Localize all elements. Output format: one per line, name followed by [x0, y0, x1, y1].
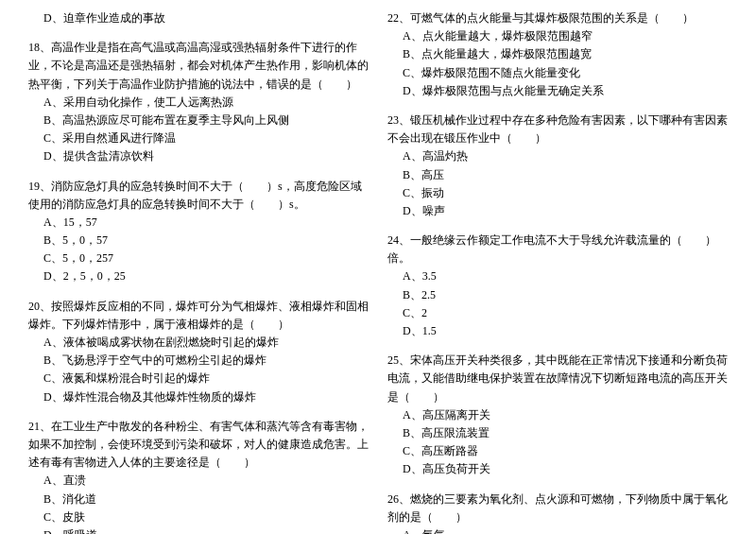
question-26: 26、燃烧的三要素为氧化剂、点火源和可燃物，下列物质中属于氧化剂的是（ ） A、… [387, 491, 728, 535]
q25-option-a: A、高压隔离开关 [387, 406, 728, 424]
q20-option-d: D、爆炸性混合物及其他爆炸性物质的爆炸 [28, 388, 369, 406]
page-content: D、迫章作业造成的事故 18、高温作业是指在高气温或高温高湿或强热辐射条件下进行… [28, 9, 728, 534]
q24-option-d: D、1.5 [387, 322, 728, 340]
q25-option-d: D、高压负荷开关 [387, 460, 728, 478]
q18-option-a: A、采用自动化操作，使工人远离热源 [28, 94, 369, 112]
q24-text: 24、一般绝缘云作额定工作电流不大于导线允许载流量的（ ）倍。 [387, 232, 728, 267]
q24-option-c: C、2 [387, 304, 728, 322]
q23-option-b: B、高压 [387, 166, 728, 184]
q19-text: 19、消防应急灯具的应急转换时间不大于（ ）s，高度危险区域使用的消防应急灯具的… [28, 178, 369, 214]
q22-option-b: B、点火能量越大，爆炸极限范围越宽 [387, 45, 728, 63]
right-column: 22、可燃气体的点火能量与其爆炸极限范围的关系是（ ） A、点火能量越大，爆炸极… [387, 9, 728, 534]
question-20: 20、按照爆炸反应相的不同，爆炸可分为气相爆炸、液相爆炸和固相爆炸。下列爆炸情形… [28, 298, 369, 406]
q26-option-a: A、氯气 [387, 526, 728, 534]
question-21: 21、在工业生产中散发的各种粉尘、有害气体和蒸汽等含有毒害物，如果不加控制，会使… [28, 418, 369, 534]
q18-option-b: B、高温热源应尽可能布置在夏季主导风向上风侧 [28, 112, 369, 129]
question-22: 22、可燃气体的点火能量与其爆炸极限范围的关系是（ ） A、点火能量越大，爆炸极… [387, 9, 728, 100]
q25-text: 25、宋体高压开关种类很多，其中既能在正常情况下接通和分断负荷电流，又能借助继电… [387, 352, 728, 406]
question-23: 23、锻压机械作业过程中存在多种危险有害因素，以下哪种有害因素不会出现在锻压作业… [387, 112, 728, 220]
question-25: 25、宋体高压开关种类很多，其中既能在正常情况下接通和分断负荷电流，又能借助继电… [387, 352, 728, 478]
q26-text: 26、燃烧的三要素为氧化剂、点火源和可燃物，下列物质中属于氧化剂的是（ ） [387, 491, 728, 526]
q22-option-a: A、点火能量越大，爆炸极限范围越窄 [387, 27, 728, 45]
q19-option-c: C、5，0，257 [28, 250, 369, 267]
q20-option-b: B、飞扬悬浮于空气中的可燃粉尘引起的爆炸 [28, 352, 369, 370]
q18-option-c: C、采用自然通风进行降温 [28, 129, 369, 147]
option-text: D、迫章作业造成的事故 [28, 9, 369, 27]
q22-option-d: D、爆炸极限范围与点火能量无确定关系 [387, 82, 728, 100]
q21-option-a: A、直溃 [28, 472, 369, 490]
q21-option-b: B、消化道 [28, 491, 369, 508]
option-d-prev: D、迫章作业造成的事故 [28, 9, 369, 27]
q24-option-a: A、3.5 [387, 267, 728, 285]
q22-text: 22、可燃气体的点火能量与其爆炸极限范围的关系是（ ） [387, 9, 728, 27]
q21-text: 21、在工业生产中散发的各种粉尘、有害气体和蒸汽等含有毒害物，如果不加控制，会使… [28, 418, 369, 473]
q19-option-a: A、15，57 [28, 214, 369, 232]
left-column: D、迫章作业造成的事故 18、高温作业是指在高气温或高温高湿或强热辐射条件下进行… [28, 9, 369, 534]
q23-option-d: D、噪声 [387, 202, 728, 220]
q23-option-a: A、高温灼热 [387, 147, 728, 165]
q21-option-d: D、呼吸道 [28, 526, 369, 534]
q19-option-d: D、2，5，0，25 [28, 267, 369, 285]
q22-option-c: C、爆炸极限范围不随点火能量变化 [387, 64, 728, 82]
q23-option-c: C、振动 [387, 184, 728, 202]
q21-option-c: C、皮肤 [28, 508, 369, 526]
q25-option-c: C、高压断路器 [387, 442, 728, 460]
q19-option-b: B、5，0，57 [28, 232, 369, 250]
q25-option-b: B、高压限流装置 [387, 424, 728, 442]
question-19: 19、消防应急灯具的应急转换时间不大于（ ）s，高度危险区域使用的消防应急灯具的… [28, 178, 369, 286]
q20-option-c: C、液氮和煤粉混合时引起的爆炸 [28, 370, 369, 388]
q23-text: 23、锻压机械作业过程中存在多种危险有害因素，以下哪种有害因素不会出现在锻压作业… [387, 112, 728, 147]
question-24: 24、一般绝缘云作额定工作电流不大于导线允许载流量的（ ）倍。 A、3.5 B、… [387, 232, 728, 340]
q24-option-b: B、2.5 [387, 286, 728, 304]
q18-option-d: D、提供含盐清凉饮料 [28, 147, 369, 165]
q18-text: 18、高温作业是指在高气温或高温高湿或强热辐射条件下进行的作业，不论是高温还是强… [28, 39, 369, 94]
question-18: 18、高温作业是指在高气温或高温高湿或强热辐射条件下进行的作业，不论是高温还是强… [28, 39, 369, 165]
q20-text: 20、按照爆炸反应相的不同，爆炸可分为气相爆炸、液相爆炸和固相爆炸。下列爆炸情形… [28, 298, 369, 334]
q20-option-a: A、液体被喝成雾状物在剧烈燃烧时引起的爆炸 [28, 334, 369, 352]
